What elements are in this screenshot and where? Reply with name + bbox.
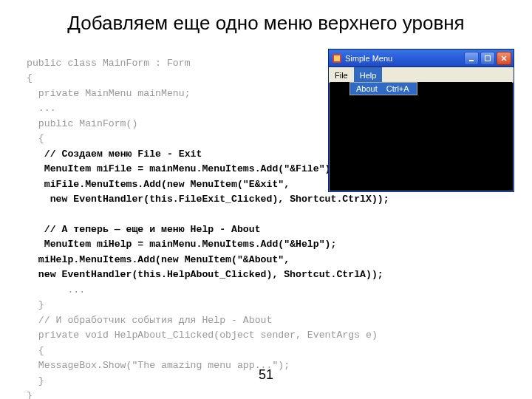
svg-rect-2 — [469, 60, 474, 61]
help-dropdown: About Ctrl+A — [349, 82, 417, 95]
code-line: { — [27, 345, 44, 356]
code-bold: miHelp.MenuItems.Add(new MenuItem("&Abou… — [38, 254, 290, 265]
code-line — [27, 254, 38, 265]
code-bold: MenuItem miFile = mainMenu.MenuItems.Add… — [44, 163, 337, 174]
code-line: } — [27, 299, 44, 310]
window-title: Simple Menu — [345, 54, 464, 63]
code-line: private MainMenu mainMenu; — [27, 88, 191, 99]
slide-title: Добавляем еще одно меню верхнего уровня — [0, 12, 532, 35]
code-line — [27, 163, 44, 174]
minimize-button[interactable] — [464, 52, 479, 65]
code-line — [27, 149, 44, 160]
close-button[interactable] — [497, 52, 511, 65]
app-window: Simple Menu File Help About Ctrl+A — [328, 49, 514, 192]
menubar: File Help — [329, 67, 514, 83]
code-bold: MenuItem miHelp = mainMenu.MenuItems.Add… — [44, 239, 337, 250]
titlebar[interactable]: Simple Menu — [329, 50, 514, 67]
slide: Добавляем еще одно меню верхнего уровня … — [0, 0, 532, 399]
menu-item-about[interactable]: About Ctrl+A — [350, 83, 417, 95]
page-number: 51 — [0, 367, 532, 383]
code-line — [27, 224, 44, 235]
code-line: ... — [27, 284, 85, 296]
code-bold: new EventHandler(this.FileExit_Clicked),… — [44, 194, 389, 205]
code-line: private void HelpAbout_Clicked(object se… — [27, 330, 378, 341]
code-line: } — [27, 390, 33, 399]
menu-file[interactable]: File — [329, 67, 354, 82]
window-buttons — [464, 52, 514, 65]
code-line: { — [27, 72, 33, 83]
svg-rect-3 — [485, 55, 491, 61]
menu-help[interactable]: Help — [354, 67, 383, 82]
code-line — [27, 179, 44, 190]
code-line: { — [27, 133, 44, 144]
code-line — [27, 269, 38, 280]
code-line — [27, 194, 44, 205]
code-bold: miFile.MenuItems.Add(new MenuItem("E&xit… — [44, 179, 290, 190]
menu-item-shortcut: Ctrl+A — [386, 84, 409, 93]
code-line: ... — [27, 103, 56, 114]
code-comment: // А теперь — еще и меню Help - About — [44, 224, 261, 235]
code-line — [27, 239, 44, 250]
app-icon — [332, 53, 342, 64]
code-line: public MainForm() — [27, 118, 137, 129]
svg-rect-1 — [334, 55, 340, 61]
code-comment: // Создаем меню File - Exit — [44, 149, 202, 160]
menu-item-label: About — [356, 84, 378, 93]
code-line: // И обработчик события для Help - About — [27, 315, 272, 326]
code-line: public class MainForm : Form — [27, 58, 191, 69]
client-area — [330, 82, 512, 190]
maximize-button[interactable] — [480, 52, 495, 65]
code-bold: new EventHandler(this.HelpAbout_Clicked)… — [38, 269, 383, 280]
